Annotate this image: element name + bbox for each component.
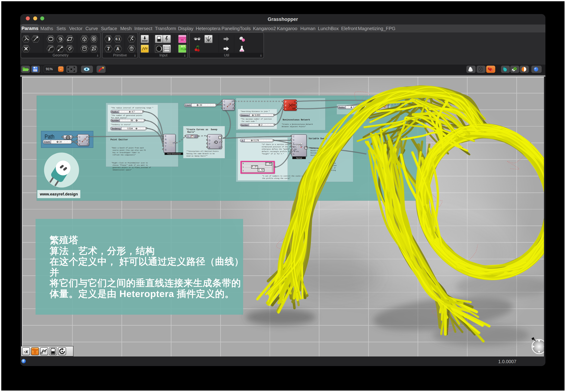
svg-text:7: 7 — [107, 46, 110, 51]
svg-text:A: A — [116, 46, 119, 51]
svg-text:0.1: 0.1 — [116, 37, 120, 41]
